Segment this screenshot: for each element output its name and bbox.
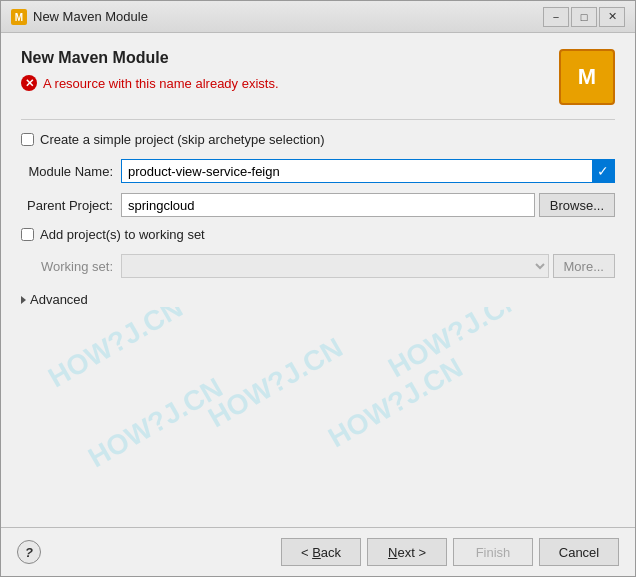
simple-project-row: Create a simple project (skip archetype … (21, 132, 615, 147)
working-set-row: Working set: More... (21, 254, 615, 278)
maven-logo-text: M (578, 64, 596, 90)
help-button[interactable]: ? (17, 540, 41, 564)
watermark-area: HOW?J.CN HOW?J.CN HOW?J.CN HOW?J.CN HOW?… (21, 307, 615, 511)
more-button[interactable]: More... (553, 254, 615, 278)
dialog-content: New Maven Module ✕ A resource with this … (1, 33, 635, 527)
close-button[interactable]: ✕ (599, 7, 625, 27)
browse-button[interactable]: Browse... (539, 193, 615, 217)
dialog-footer: ? < Back Next > Finish Cancel (1, 527, 635, 576)
back-label: B (312, 545, 321, 560)
advanced-row[interactable]: Advanced (21, 292, 615, 307)
simple-project-label: Create a simple project (skip archetype … (40, 132, 325, 147)
minimize-button[interactable]: − (543, 7, 569, 27)
title-bar-left: M New Maven Module (11, 9, 148, 25)
error-row: ✕ A resource with this name already exis… (21, 75, 615, 91)
cancel-button[interactable]: Cancel (539, 538, 619, 566)
add-working-set-row: Add project(s) to working set (21, 227, 615, 242)
parent-project-input[interactable] (121, 193, 535, 217)
simple-project-checkbox[interactable] (21, 133, 34, 146)
footer-left: ? (17, 540, 41, 564)
module-name-label: Module Name: (21, 164, 121, 179)
watermark-2: HOW?J.CN (203, 332, 348, 434)
title-buttons: − □ ✕ (543, 7, 625, 27)
header-area: New Maven Module ✕ A resource with this … (21, 49, 615, 120)
working-set-select[interactable] (121, 254, 549, 278)
module-name-check-icon: ✓ (592, 160, 614, 182)
module-name-input-wrapper: ✓ (121, 159, 615, 183)
error-icon: ✕ (21, 75, 37, 91)
page-title: New Maven Module (21, 49, 615, 67)
parent-project-label: Parent Project: (21, 198, 121, 213)
working-set-label: Working set: (21, 259, 121, 274)
watermark-4: HOW?J.CN (383, 307, 528, 384)
error-message: A resource with this name already exists… (43, 76, 279, 91)
maven-title-icon: M (11, 9, 27, 25)
module-name-input[interactable] (122, 160, 592, 182)
finish-button[interactable]: Finish (453, 538, 533, 566)
parent-project-row: Parent Project: Browse... (21, 193, 615, 217)
module-name-row: Module Name: ✓ (21, 159, 615, 183)
svg-text:M: M (15, 12, 23, 23)
add-working-set-label: Add project(s) to working set (40, 227, 205, 242)
maven-logo: M (559, 49, 615, 105)
watermark-5: HOW?J.CN (323, 352, 468, 454)
advanced-label: Advanced (30, 292, 88, 307)
title-bar: M New Maven Module − □ ✕ (1, 1, 635, 33)
watermark-3: HOW?J.CN (83, 372, 228, 474)
back-button[interactable]: < Back (281, 538, 361, 566)
add-working-set-checkbox[interactable] (21, 228, 34, 241)
footer-right: < Back Next > Finish Cancel (281, 538, 619, 566)
dialog-window: M New Maven Module − □ ✕ New Maven Modul… (0, 0, 636, 577)
next-label: N (388, 545, 397, 560)
window-title: New Maven Module (33, 9, 148, 24)
next-button[interactable]: Next > (367, 538, 447, 566)
advanced-triangle-icon (21, 296, 26, 304)
watermark-1: HOW?J.CN (43, 307, 188, 394)
maximize-button[interactable]: □ (571, 7, 597, 27)
